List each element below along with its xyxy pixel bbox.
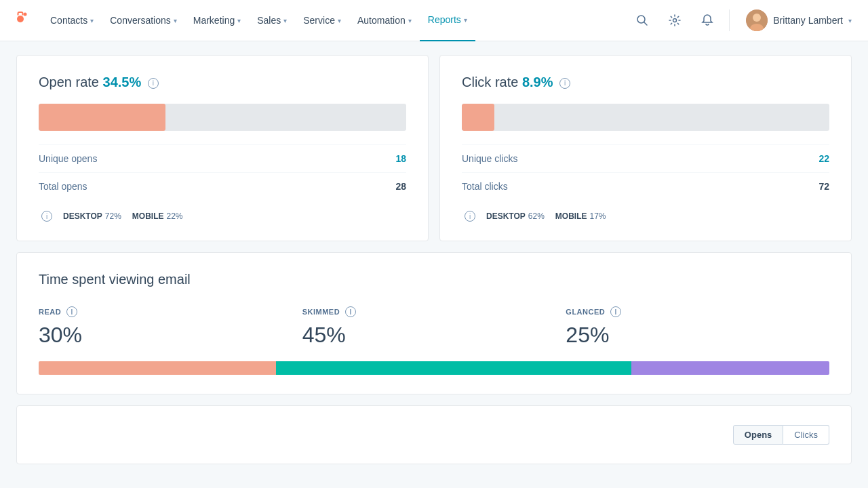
nav-conversations[interactable]: Conversations ▾ xyxy=(102,0,185,41)
nav-conversations-chevron: ▾ xyxy=(174,17,177,24)
open-rate-bar-fill xyxy=(39,104,165,131)
nav-service-chevron: ▾ xyxy=(338,17,341,24)
read-value: 30% xyxy=(39,323,302,348)
nav-sales[interactable]: Sales ▾ xyxy=(249,0,295,41)
mobile-clicks-stat: MOBILE 17% xyxy=(555,211,606,221)
read-bar-segment xyxy=(39,361,276,375)
footer-info-icon-click[interactable]: i xyxy=(465,211,475,222)
unique-clicks-row: Unique clicks 22 xyxy=(462,144,829,172)
click-rate-info-icon[interactable]: i xyxy=(559,78,570,89)
total-opens-label: Total opens xyxy=(39,181,87,192)
desktop-clicks-stat: DESKTOP 62% xyxy=(486,211,545,221)
total-opens-value: 28 xyxy=(395,181,406,192)
read-info-icon[interactable]: i xyxy=(66,306,77,317)
total-clicks-label: Total clicks xyxy=(462,181,508,192)
search-button[interactable] xyxy=(631,9,653,31)
nav-items: Contacts ▾ Conversations ▾ Marketing ▾ S… xyxy=(42,0,631,41)
navbar: Contacts ▾ Conversations ▾ Marketing ▾ S… xyxy=(0,0,868,41)
click-rate-footer: i DESKTOP 62% MOBILE 17% xyxy=(462,211,829,222)
time-metrics: READ i 30% SKIMMED i 45% GLANCED i 25% xyxy=(39,306,829,348)
mobile-opens-stat: MOBILE 22% xyxy=(132,211,183,221)
unique-opens-label: Unique opens xyxy=(39,153,97,164)
top-cards-row: Open rate 34.5% i Unique opens 18 Total … xyxy=(16,55,852,241)
click-rate-bar-container xyxy=(462,104,829,131)
read-label: READ i xyxy=(39,306,302,317)
skimmed-bar-segment xyxy=(276,361,632,375)
glanced-metric: GLANCED i 25% xyxy=(566,306,829,348)
mobile-clicks-label: MOBILE xyxy=(555,211,587,221)
open-rate-value: 34.5% xyxy=(103,75,142,89)
nav-divider xyxy=(729,9,730,31)
user-chevron: ▾ xyxy=(848,17,852,24)
tab-clicks-button[interactable]: Clicks xyxy=(783,425,829,445)
settings-button[interactable] xyxy=(664,9,686,31)
mobile-clicks-value: 17% xyxy=(590,211,606,221)
unique-opens-row: Unique opens 18 xyxy=(39,144,406,172)
svg-point-2 xyxy=(637,16,645,23)
time-stacked-bar xyxy=(39,361,829,375)
click-rate-value: 8.9% xyxy=(522,75,553,89)
skimmed-value: 45% xyxy=(302,323,566,348)
username-label: Brittany Lambert xyxy=(773,15,843,26)
click-rate-title: Click rate 8.9% i xyxy=(462,75,829,90)
open-rate-info-icon[interactable]: i xyxy=(148,78,159,89)
nav-reports-chevron: ▾ xyxy=(464,16,467,24)
skimmed-metric: SKIMMED i 45% xyxy=(302,306,566,348)
glanced-bar-segment xyxy=(631,361,829,375)
unique-clicks-label: Unique clicks xyxy=(462,153,517,164)
open-rate-bar-container xyxy=(39,104,406,131)
main-content: Open rate 34.5% i Unique opens 18 Total … xyxy=(0,41,868,478)
nav-sales-chevron: ▾ xyxy=(283,17,287,24)
hubspot-logo[interactable] xyxy=(11,9,30,32)
svg-point-0 xyxy=(17,16,24,22)
open-rate-footer: i DESKTOP 72% MOBILE 22% xyxy=(39,211,406,222)
svg-point-1 xyxy=(24,13,27,16)
skimmed-label: SKIMMED i xyxy=(302,306,566,317)
total-clicks-row: Total clicks 72 xyxy=(462,172,829,200)
nav-marketing-chevron: ▾ xyxy=(237,17,241,24)
glanced-label: GLANCED i xyxy=(566,306,829,317)
mobile-opens-value: 22% xyxy=(167,211,183,221)
read-metric: READ i 30% xyxy=(39,306,302,348)
desktop-opens-value: 72% xyxy=(105,211,121,221)
nav-contacts[interactable]: Contacts ▾ xyxy=(42,0,102,41)
bottom-card: Opens Clicks xyxy=(16,405,852,464)
desktop-clicks-value: 62% xyxy=(528,211,545,221)
glanced-info-icon[interactable]: i xyxy=(610,306,621,317)
skimmed-info-icon[interactable]: i xyxy=(345,306,356,317)
svg-point-5 xyxy=(753,14,761,22)
nav-marketing[interactable]: Marketing ▾ xyxy=(185,0,249,41)
notifications-button[interactable] xyxy=(696,9,718,31)
nav-automation[interactable]: Automation ▾ xyxy=(349,0,420,41)
mobile-opens-label: MOBILE xyxy=(132,211,164,221)
nav-user[interactable]: Brittany Lambert ▾ xyxy=(741,0,857,41)
footer-info-icon-open[interactable]: i xyxy=(41,211,52,222)
click-rate-card: Click rate 8.9% i Unique clicks 22 Total… xyxy=(439,55,852,241)
click-rate-bar-fill xyxy=(462,104,494,131)
desktop-opens-label: DESKTOP xyxy=(63,211,102,221)
time-spent-card: Time spent viewing email READ i 30% SKIM… xyxy=(16,252,852,394)
unique-clicks-value[interactable]: 22 xyxy=(818,153,829,164)
nav-service[interactable]: Service ▾ xyxy=(295,0,349,41)
open-rate-card: Open rate 34.5% i Unique opens 18 Total … xyxy=(16,55,429,241)
glanced-value: 25% xyxy=(566,323,829,348)
total-opens-row: Total opens 28 xyxy=(39,172,406,200)
time-spent-title: Time spent viewing email xyxy=(39,272,829,287)
nav-right: Brittany Lambert ▾ xyxy=(631,0,857,41)
nav-reports[interactable]: Reports ▾ xyxy=(420,0,475,41)
desktop-opens-stat: DESKTOP 72% xyxy=(63,211,121,221)
total-clicks-value: 72 xyxy=(818,181,829,192)
nav-contacts-chevron: ▾ xyxy=(90,17,94,24)
desktop-clicks-label: DESKTOP xyxy=(486,211,526,221)
tab-opens-button[interactable]: Opens xyxy=(733,425,783,445)
nav-automation-chevron: ▾ xyxy=(408,17,412,24)
unique-opens-value[interactable]: 18 xyxy=(395,153,406,164)
avatar xyxy=(746,9,768,31)
open-rate-title: Open rate 34.5% i xyxy=(39,75,406,90)
bottom-card-tabs: Opens Clicks xyxy=(39,425,829,445)
svg-point-3 xyxy=(673,19,677,22)
